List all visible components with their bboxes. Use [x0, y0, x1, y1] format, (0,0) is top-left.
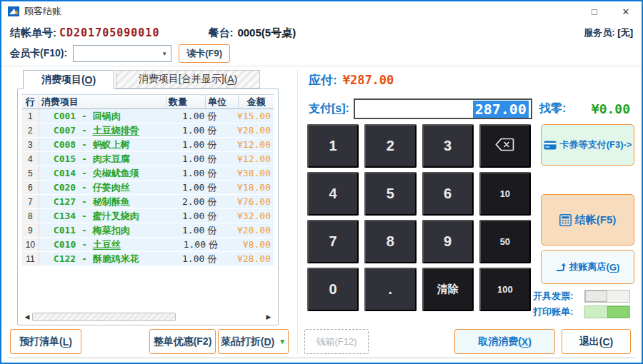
- cancel-order-button[interactable]: 取消消费(X): [454, 329, 555, 354]
- key-5[interactable]: 5: [364, 172, 416, 216]
- dish-discount-button[interactable]: 菜品打折(D) ▼: [218, 329, 289, 354]
- item-qty: 2.00: [166, 195, 205, 208]
- key-4[interactable]: 4: [307, 172, 359, 216]
- horizontal-scrollbar[interactable]: ◀ ▶: [22, 312, 274, 322]
- key-8[interactable]: 8: [364, 220, 416, 263]
- col-qty: 数量: [166, 95, 206, 108]
- key-100[interactable]: 100: [479, 268, 531, 311]
- 尖椒鱿鱼须[interactable]: 5 C014 - 尖椒鱿鱼须 1.00 份 ¥38.00: [22, 166, 274, 181]
- item-amount: ¥28.00: [237, 123, 274, 137]
- 肉末豆腐[interactable]: 4 C015 - 肉末豆腐 1.00 份 ¥12.00: [22, 152, 274, 166]
- change-amount: ¥0.00: [592, 101, 630, 116]
- col-row: 行: [22, 95, 39, 108]
- key-dot[interactable]: .: [364, 268, 416, 311]
- bottom-divider: [7, 358, 636, 358]
- numpad: 12345610789500.清除100: [307, 124, 531, 311]
- item-code: C007 -: [54, 125, 93, 136]
- checkout-window: 顾客结账 □ ✕ 结帐单号: CD201705090010 餐台: 0005(5…: [0, 0, 643, 364]
- print-bill-label: 打印账单:: [533, 305, 584, 318]
- key-3[interactable]: 3: [422, 124, 474, 168]
- item-amount: ¥12.00: [237, 152, 274, 166]
- 梅菜扣肉[interactable]: 9 C011 - 梅菜扣肉 1.00 份 ¥20.00: [22, 223, 274, 238]
- item-name: 仔姜肉丝: [93, 181, 130, 194]
- member-card-row: 会员卡(F10): ▼ 读卡(F9): [10, 44, 230, 63]
- exit-button[interactable]: 退出(C): [562, 329, 631, 354]
- key-0[interactable]: 0: [307, 268, 359, 311]
- pay-label: 支付[s]:: [309, 101, 349, 116]
- item-amount: ¥8.00: [239, 238, 274, 251]
- print-bill-row: 打印账单:: [533, 305, 634, 318]
- 土豆丝[interactable]: 10 C010 - 土豆丝 1.00 份 ¥8.00: [22, 238, 274, 252]
- return-arrow-icon: [556, 263, 566, 272]
- settle-button[interactable]: 结帐(F5): [541, 194, 634, 246]
- row-number: 6: [22, 181, 39, 194]
- item-name: 酥脆鸡米花: [93, 253, 139, 266]
- toggle-knob: [607, 306, 629, 318]
- key-9[interactable]: 9: [422, 220, 474, 263]
- member-card-label: 会员卡(F10):: [10, 47, 67, 60]
- tab-items-merged[interactable]: 消费项目[合并显示](A): [116, 70, 260, 89]
- 蚂蚁上树[interactable]: 3 C008 - 蚂蚁上树 1.00 份 ¥12.00: [22, 138, 274, 152]
- item-qty: 1.00: [166, 123, 205, 137]
- scroll-right-icon[interactable]: ▶: [264, 313, 274, 320]
- 蜜汁叉烧肉[interactable]: 8 C134 - 蜜汁叉烧肉 1.00 份 ¥32.00: [22, 209, 274, 223]
- 土豆烧排骨[interactable]: 2 C007 - 土豆烧排骨 1.00 份 ¥28.00: [22, 123, 274, 138]
- bill-header: 结帐单号: CD201705090010 餐台: 0005(5号桌) 服务员: …: [10, 25, 633, 41]
- item-unit: 份: [204, 166, 237, 180]
- item-unit: 份: [204, 195, 237, 208]
- maximize-button[interactable]: □: [579, 2, 610, 21]
- invoice-row: 开具发票:: [533, 289, 634, 303]
- item-amount: ¥15.00: [237, 109, 274, 123]
- scroll-left-icon[interactable]: ◀: [22, 313, 32, 320]
- item-name: 梅菜扣肉: [93, 224, 130, 237]
- row-number: 7: [22, 195, 39, 208]
- preprint-list-button[interactable]: 预打清单(L): [10, 329, 81, 354]
- key-6[interactable]: 6: [422, 172, 474, 216]
- tab-items[interactable]: 消费项目(O): [23, 70, 114, 89]
- invoice-label: 开具发票:: [533, 290, 584, 303]
- payment-input[interactable]: 287.00: [354, 98, 532, 119]
- item-name: 土豆丝: [93, 238, 121, 251]
- 仔姜肉丝[interactable]: 6 C020 - 仔姜肉丝 1.00 份 ¥18.00: [22, 181, 274, 195]
- item-amount: ¥20.00: [237, 223, 274, 237]
- print-bill-toggle[interactable]: [584, 305, 630, 318]
- 回锅肉[interactable]: 1 C001 - 回锅肉 1.00 份 ¥15.00: [22, 109, 274, 123]
- scrollbar-track[interactable]: [176, 313, 264, 321]
- items-table-body: 1 C001 - 回锅肉 1.00 份 ¥15.00 2 C007 - 土豆烧排…: [22, 109, 274, 266]
- bill-no-label: 结帐单号:: [10, 26, 56, 40]
- key-50[interactable]: 50: [479, 220, 531, 263]
- key-10[interactable]: 10: [479, 172, 531, 216]
- item-code: C008 -: [54, 139, 93, 150]
- change-label: 找零:: [539, 101, 566, 116]
- member-card-combo[interactable]: ▼: [73, 45, 171, 62]
- item-code: C122 -: [54, 253, 93, 264]
- card-voucher-pay-button[interactable]: 卡券等支付(F3)->: [541, 124, 634, 166]
- key-1[interactable]: 1: [307, 124, 359, 168]
- key-7[interactable]: 7: [307, 220, 359, 263]
- read-card-button[interactable]: 读卡(F9): [179, 44, 230, 63]
- bank-card-icon: [544, 141, 557, 150]
- scrollbar-thumb[interactable]: [32, 313, 176, 321]
- cash-drawer-button[interactable]: 钱箱(F12): [304, 329, 369, 354]
- key-2[interactable]: 2: [364, 124, 416, 168]
- credit-leave-button[interactable]: 挂账离店(G): [541, 250, 634, 284]
- toggle-knob: [585, 290, 607, 302]
- table-header: 行 消费项目 数量 单位 金额: [22, 94, 274, 109]
- item-code: C014 -: [54, 168, 93, 178]
- row-number: 11: [22, 252, 39, 266]
- backspace-key[interactable]: [479, 124, 531, 168]
- chevron-down-icon[interactable]: ▼: [158, 51, 171, 57]
- item-name: 秘制酥鱼: [93, 196, 130, 208]
- item-name: 蜜汁叉烧肉: [93, 210, 139, 223]
- whole-order-discount-button[interactable]: 整单优惠(F2): [149, 329, 216, 354]
- invoice-toggle[interactable]: [584, 290, 630, 303]
- row-number: 2: [22, 123, 39, 137]
- 秘制酥鱼[interactable]: 7 C127 - 秘制酥鱼 2.00 份 ¥76.00: [22, 195, 274, 209]
- item-unit: 份: [204, 152, 237, 166]
- close-button[interactable]: ✕: [610, 2, 642, 21]
- clear-key[interactable]: 清除: [422, 268, 474, 311]
- panel-divider: [297, 70, 298, 354]
- item-unit: 份: [204, 252, 237, 266]
- 酥脆鸡米花[interactable]: 11 C122 - 酥脆鸡米花 1.00 份 ¥28.00: [22, 252, 274, 266]
- due-label: 应付:: [309, 72, 337, 89]
